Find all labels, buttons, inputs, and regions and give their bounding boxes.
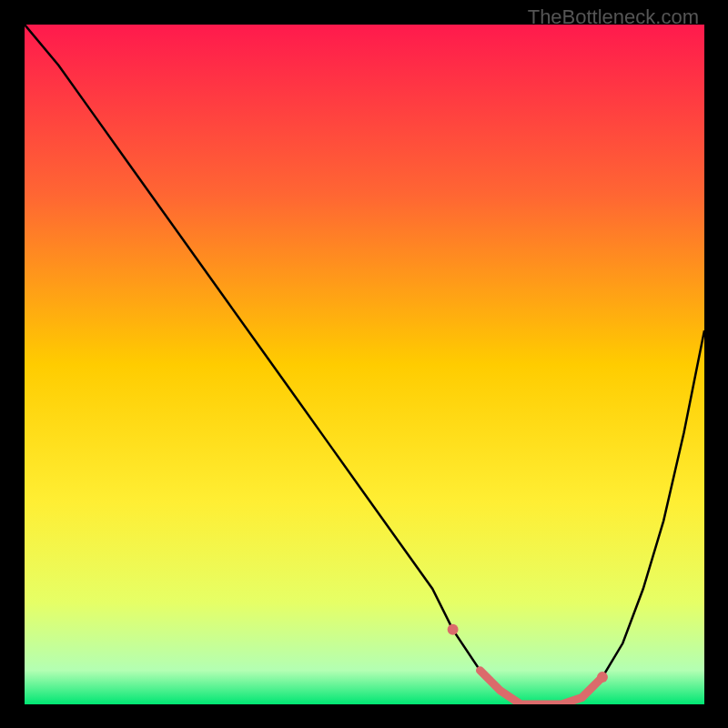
chart-container: TheBottleneck.com — [0, 0, 728, 728]
highlight-dot-left — [448, 624, 459, 635]
chart-svg — [25, 25, 704, 704]
gradient-background — [25, 25, 704, 704]
plot-area — [25, 25, 704, 704]
highlight-dot-right — [597, 672, 608, 682]
watermark: TheBottleneck.com — [528, 5, 699, 29]
